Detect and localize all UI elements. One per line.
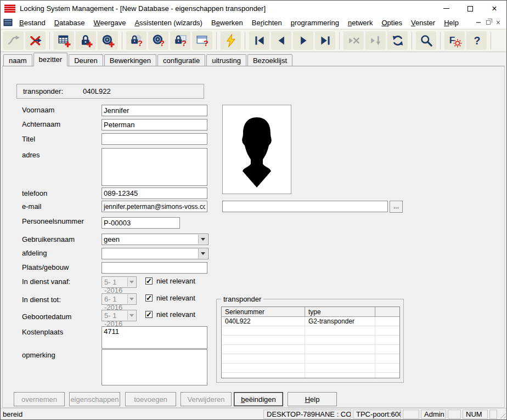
new-locking-plan-button[interactable] xyxy=(54,31,74,50)
menu-bewerken[interactable]: Bewerken xyxy=(207,18,247,28)
tab-naam[interactable]: naam xyxy=(3,54,32,66)
mdi-restore-icon[interactable] xyxy=(486,20,491,25)
maximize-icon xyxy=(467,6,473,12)
menu-netwerk[interactable]: netwerk xyxy=(343,18,378,28)
goto-record-button[interactable] xyxy=(365,31,386,50)
beeindigen-button[interactable]: beëindigen xyxy=(234,392,283,406)
adres-textarea[interactable] xyxy=(102,148,207,186)
column-extra[interactable] xyxy=(375,307,399,316)
toevoegen-button[interactable]: toevoegen xyxy=(125,392,176,406)
geboortedatum-niet-relevant-checkbox[interactable] xyxy=(145,311,153,318)
menu-opties[interactable]: Opties xyxy=(377,18,407,28)
help-button[interactable]: ? xyxy=(466,31,487,50)
last-record-icon xyxy=(318,33,333,48)
menu-assistenten[interactable]: Assistenten (wizards) xyxy=(130,18,207,28)
menu-bestand[interactable]: Bestand xyxy=(15,18,50,28)
mdi-minimize-icon[interactable] xyxy=(476,22,481,23)
menu-programmering[interactable]: programmering xyxy=(286,18,343,28)
svg-text:?: ? xyxy=(181,38,186,48)
minimize-button[interactable] xyxy=(434,1,458,16)
help-icon: ? xyxy=(470,33,484,48)
in-dienst-tot-niet-relevant-label: niet relevant xyxy=(156,294,195,302)
chevron-down-icon[interactable] xyxy=(198,235,207,244)
in-dienst-vanaf-niet-relevant-checkbox[interactable] xyxy=(145,277,153,285)
column-serienummer[interactable]: Serienummer xyxy=(222,307,305,316)
achternaam-input[interactable] xyxy=(102,119,207,130)
svg-text:?: ? xyxy=(159,38,164,48)
in-dienst-vanaf-datepicker[interactable]: 5- 1 -2016 xyxy=(102,276,137,288)
menu-database[interactable]: Database xyxy=(50,18,89,28)
afdeling-combobox[interactable] xyxy=(102,248,209,259)
personeelsnummer-input[interactable] xyxy=(102,217,180,229)
last-record-button[interactable] xyxy=(315,31,335,50)
verwijderen-button[interactable]: Verwijderen xyxy=(181,392,232,406)
menu-venster[interactable]: Venster xyxy=(407,18,440,28)
column-type[interactable]: type xyxy=(305,307,375,316)
transponder-header-box: transponder: 040L922 xyxy=(16,84,204,99)
filter-settings-button[interactable]: F xyxy=(444,31,465,50)
next-record-button[interactable] xyxy=(293,31,313,50)
chevron-down-icon[interactable] xyxy=(198,249,207,258)
read-lock-data-button[interactable]: ? xyxy=(170,31,190,50)
voornaam-input[interactable] xyxy=(102,105,207,116)
refresh-button[interactable] xyxy=(387,31,408,50)
table-row-empty xyxy=(222,345,399,354)
gebruikersnaam-value: geen xyxy=(104,235,120,243)
svg-text:?: ? xyxy=(474,35,480,47)
gebruikersnaam-label: Gebruikersnaam xyxy=(22,235,75,243)
new-lock-button[interactable] xyxy=(76,31,96,50)
read-window-button[interactable]: ? xyxy=(192,31,212,50)
plaats-gebouw-input[interactable] xyxy=(102,262,207,274)
tab-bezoeklijst[interactable]: Bezoeklijst xyxy=(247,54,292,66)
delete-record-icon xyxy=(347,33,361,48)
menu-help[interactable]: Help xyxy=(440,18,463,28)
in-dienst-tot-niet-relevant-checkbox[interactable] xyxy=(145,294,153,302)
plaats-gebouw-label: Plaats/gebouw xyxy=(22,263,69,271)
tab-bewerkingen[interactable]: Bewerkingen xyxy=(104,54,156,66)
tab-uitrusting[interactable]: uitrusting xyxy=(206,54,246,66)
read-window-icon: ? xyxy=(195,33,210,48)
table-row-empty xyxy=(222,336,399,345)
read-transponder-button[interactable]: ? xyxy=(148,31,168,50)
tab-configuratie[interactable]: configuratie xyxy=(157,54,205,66)
mdi-close-icon[interactable]: × xyxy=(496,19,500,26)
gebruikersnaam-combobox[interactable]: geen xyxy=(102,234,209,245)
photo-path-input[interactable] xyxy=(222,201,388,212)
menu-weergave[interactable]: Weergave xyxy=(89,18,130,28)
first-record-button[interactable] xyxy=(249,31,269,50)
telefoon-input[interactable] xyxy=(102,188,207,199)
program-button[interactable] xyxy=(221,31,241,50)
close-button[interactable]: × xyxy=(482,1,506,16)
read-lock-button[interactable]: ? xyxy=(126,31,147,50)
jump-button[interactable] xyxy=(3,31,24,50)
previous-record-button[interactable] xyxy=(271,31,291,50)
minimize-icon xyxy=(443,8,449,9)
read-lock-data-icon: ? xyxy=(173,33,188,48)
resize-grip[interactable] xyxy=(498,410,506,419)
search-button[interactable] xyxy=(416,31,436,50)
delete-record-button[interactable] xyxy=(343,31,364,50)
new-transponder-button[interactable] xyxy=(98,31,118,50)
in-dienst-vanaf-label: In dienst vanaf: xyxy=(22,277,70,286)
geboortedatum-datepicker[interactable]: 5- 1 -2016 xyxy=(102,310,137,321)
tab-deuren[interactable]: Deuren xyxy=(69,54,103,66)
kostenplaats-textarea[interactable]: 4711 xyxy=(102,326,207,349)
titel-input[interactable] xyxy=(102,133,207,145)
menu-berichten[interactable]: Berichten xyxy=(247,18,286,28)
in-dienst-tot-datepicker[interactable]: 6- 1 -2016 xyxy=(102,293,137,305)
photo-browse-button[interactable]: ... xyxy=(390,201,403,213)
in-dienst-tot-value: 6- 1 -2016 xyxy=(104,295,122,311)
geboortedatum-niet-relevant-label: niet relevant xyxy=(156,310,195,319)
maximize-button[interactable] xyxy=(458,1,482,16)
eigenschappen-button[interactable]: eigenschappen xyxy=(69,392,120,406)
mdi-document-icon[interactable] xyxy=(3,19,13,26)
opmerking-textarea[interactable] xyxy=(102,349,207,385)
overnemen-button[interactable]: overnemen xyxy=(14,392,65,406)
table-row[interactable]: 040L922 G2-transponder xyxy=(222,317,399,326)
disconnect-button[interactable] xyxy=(25,31,46,50)
status-host-panel: DESKTOP-789HANE : COM(*) xyxy=(263,410,351,419)
email-input[interactable] xyxy=(102,201,207,212)
close-icon: × xyxy=(492,4,497,13)
help-footer-button[interactable]: Help xyxy=(288,392,337,406)
tab-bezitter[interactable]: bezitter xyxy=(33,53,68,66)
